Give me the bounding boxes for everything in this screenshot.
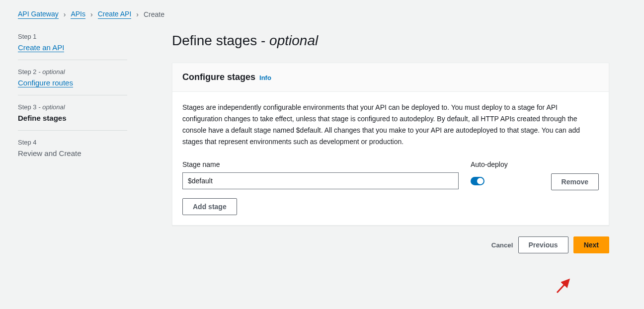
step-4-label: Step 4: [18, 139, 127, 146]
cancel-button[interactable]: Cancel: [491, 241, 513, 249]
page-title-main: Define stages: [172, 33, 261, 48]
stage-row: Stage name Auto-deploy Remove: [182, 160, 599, 190]
panel-header: Configure stages Info: [172, 63, 609, 92]
step-2-optional: - optional: [38, 68, 65, 76]
breadcrumb-current: Create: [144, 10, 164, 18]
step-3-label: Step 3 - optional: [18, 103, 127, 111]
chevron-right-icon: ›: [136, 10, 139, 18]
step-2-number: Step 2: [18, 68, 37, 76]
next-button[interactable]: Next: [573, 236, 609, 253]
step-3-number: Step 3: [18, 103, 37, 111]
add-stage-button[interactable]: Add stage: [182, 198, 237, 215]
stage-name-label: Stage name: [182, 160, 459, 168]
wizard-actions: Cancel Previous Next: [172, 236, 609, 253]
step-create-an-api[interactable]: Create an API: [18, 43, 64, 52]
info-link[interactable]: Info: [259, 74, 271, 81]
arrow-annotation-icon: [554, 276, 574, 296]
remove-stage-button[interactable]: Remove: [551, 173, 599, 190]
page-title-sep: -: [261, 33, 269, 48]
step-1-label: Step 1: [18, 33, 127, 40]
breadcrumb-apis[interactable]: APIs: [71, 10, 85, 19]
breadcrumb-create-api[interactable]: Create API: [98, 10, 132, 19]
chevron-right-icon: ›: [90, 10, 93, 18]
step-review-and-create: Review and Create: [18, 149, 127, 157]
step-define-stages: Define stages: [18, 114, 127, 122]
main-content: Define stages - optional Configure stage…: [172, 33, 609, 253]
auto-deploy-toggle[interactable]: [471, 177, 484, 185]
panel-title: Configure stages: [182, 72, 255, 82]
chevron-right-icon: ›: [64, 10, 66, 18]
page-title-optional: optional: [269, 33, 318, 48]
divider: [18, 95, 127, 95]
breadcrumb: API Gateway › APIs › Create API › Create: [18, 10, 626, 19]
configure-stages-panel: Configure stages Info Stages are indepen…: [172, 63, 609, 226]
stage-name-input[interactable]: [182, 172, 459, 189]
breadcrumb-api-gateway[interactable]: API Gateway: [18, 10, 59, 19]
step-3-optional: - optional: [38, 103, 65, 111]
panel-description: Stages are independently configurable en…: [182, 102, 599, 148]
step-2-label: Step 2 - optional: [18, 68, 127, 76]
step-configure-routes[interactable]: Configure routes: [18, 78, 73, 87]
auto-deploy-label: Auto-deploy: [471, 160, 530, 168]
divider: [18, 130, 127, 131]
page-title: Define stages - optional: [172, 33, 609, 49]
previous-button[interactable]: Previous: [518, 236, 568, 253]
svg-line-1: [557, 280, 569, 293]
wizard-sidebar: Step 1 Create an API Step 2 - optional C…: [18, 33, 127, 253]
divider: [18, 60, 127, 60]
